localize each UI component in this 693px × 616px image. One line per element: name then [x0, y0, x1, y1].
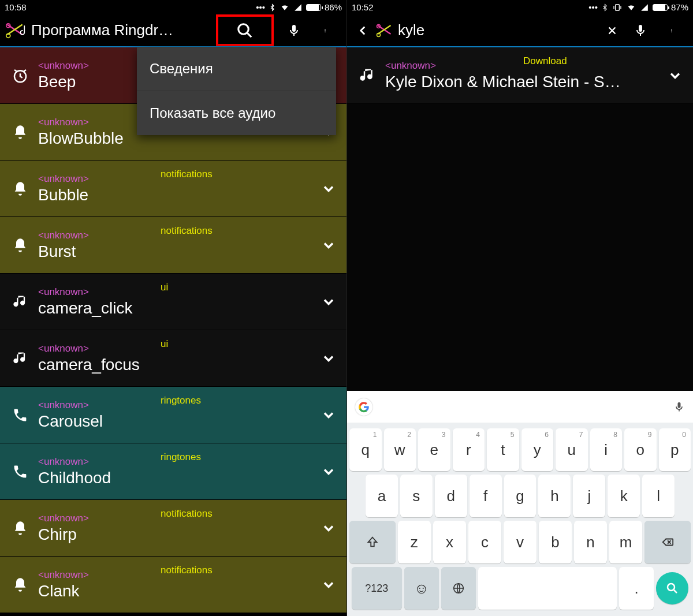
key-j[interactable]: j — [573, 475, 605, 517]
key-w[interactable]: w2 — [384, 428, 416, 471]
key-m[interactable]: m — [609, 521, 642, 563]
key-b[interactable]: b — [539, 521, 572, 563]
key-h[interactable]: h — [538, 475, 571, 517]
key-a[interactable]: a — [366, 475, 398, 517]
key-g[interactable]: g — [504, 475, 536, 517]
key-u[interactable]: u7 — [556, 428, 588, 471]
google-icon[interactable] — [355, 398, 372, 416]
status-icons: ••• 86% — [256, 2, 342, 12]
svg-point-11 — [671, 30, 672, 31]
space-key[interactable] — [478, 567, 617, 610]
list-item[interactable]: <unknown> ui camera_click — [0, 274, 346, 330]
key-z[interactable]: z — [398, 521, 431, 563]
key-p[interactable]: p0 — [659, 428, 691, 471]
key-d[interactable]: d — [435, 475, 467, 517]
symbols-key[interactable]: ?123 — [352, 567, 402, 610]
album-label: ringtones — [161, 395, 201, 406]
svg-point-10 — [671, 28, 672, 29]
backspace-key[interactable] — [644, 521, 691, 563]
chevron-down-icon[interactable] — [316, 294, 341, 310]
shift-key[interactable] — [349, 521, 396, 563]
clear-button[interactable] — [599, 15, 625, 46]
key-e[interactable]: e3 — [418, 428, 450, 471]
left-pane: 10:58 ••• 86% Программ — [0, 0, 346, 616]
chevron-down-icon[interactable] — [316, 350, 341, 367]
title-label: camera_focus — [38, 356, 316, 374]
chevron-down-icon[interactable] — [663, 68, 687, 84]
chevron-down-icon[interactable] — [316, 407, 341, 423]
key-c[interactable]: c — [468, 521, 501, 563]
key-t[interactable]: t5 — [487, 428, 519, 471]
chevron-down-icon[interactable] — [316, 577, 341, 593]
album-label: ui — [161, 282, 168, 293]
svg-point-3 — [325, 28, 325, 29]
svg-point-12 — [671, 31, 672, 32]
search-input[interactable] — [398, 21, 599, 39]
key-r[interactable]: r4 — [453, 428, 485, 471]
bell-icon — [8, 520, 32, 536]
status-bar: 10:58 ••• 86% — [0, 0, 346, 14]
list-item[interactable]: <unknown> Download Kyle Dixon & Michael … — [347, 47, 693, 104]
key-n[interactable]: n — [574, 521, 607, 563]
overflow-menu: Сведения Показать все аудио — [137, 47, 336, 135]
bell-icon — [8, 577, 32, 593]
emoji-key[interactable]: ☺ — [404, 567, 439, 610]
key-q[interactable]: q1 — [349, 428, 382, 471]
signal-icon — [640, 3, 649, 12]
list-item[interactable]: <unknown> ui camera_focus — [0, 330, 346, 387]
key-s[interactable]: s — [400, 475, 433, 517]
key-i[interactable]: i8 — [590, 428, 623, 471]
list-item[interactable]: <unknown> notifications Burst — [0, 217, 346, 274]
chevron-down-icon[interactable] — [316, 464, 341, 480]
suggestion-bar — [347, 391, 693, 423]
album-label: Download — [523, 55, 567, 67]
key-o[interactable]: o9 — [624, 428, 657, 471]
status-time: 10:58 — [5, 2, 27, 12]
battery-percent: 86% — [325, 2, 342, 12]
list-item[interactable]: <unknown> notifications Clank — [0, 557, 346, 613]
menu-item-about[interactable]: Сведения — [137, 47, 336, 91]
period-key[interactable]: . — [619, 567, 654, 610]
voice-button[interactable] — [278, 15, 310, 46]
title-label: camera_click — [38, 299, 316, 318]
voice-button[interactable] — [625, 15, 656, 46]
title-label: Chirp — [38, 525, 316, 544]
phone-icon — [8, 407, 32, 423]
key-f[interactable]: f — [470, 475, 502, 517]
chevron-down-icon[interactable] — [316, 237, 341, 253]
key-k[interactable]: k — [608, 475, 640, 517]
app-title: Программа Ringdr… — [31, 21, 216, 39]
menu-item-show-all[interactable]: Показать все аудио — [137, 91, 336, 135]
overflow-button[interactable] — [310, 15, 341, 46]
overflow-button[interactable] — [656, 15, 687, 46]
app-bar: Программа Ringdr… — [0, 14, 346, 46]
list-item[interactable]: <unknown> notifications Bubble — [0, 160, 346, 217]
app-logo-icon — [375, 20, 398, 41]
key-l[interactable]: l — [642, 475, 675, 517]
music-note-icon — [8, 294, 32, 310]
key-x[interactable]: x — [433, 521, 466, 563]
album-label: notifications — [161, 169, 213, 180]
list-item[interactable]: <unknown> ringtones Childhood — [0, 443, 346, 500]
back-button[interactable] — [351, 15, 375, 46]
album-label: notifications — [161, 565, 213, 576]
list-item[interactable]: <unknown> notifications Chirp — [0, 500, 346, 557]
chevron-down-icon[interactable] — [316, 181, 341, 197]
title-label: Clank — [38, 582, 316, 600]
language-key[interactable] — [441, 567, 476, 610]
album-label: notifications — [161, 508, 213, 520]
key-y[interactable]: y6 — [521, 428, 554, 471]
battery-icon — [653, 4, 668, 11]
keyboard-mic-icon[interactable] — [673, 400, 685, 414]
wifi-icon — [626, 3, 636, 12]
album-label: ui — [161, 338, 168, 350]
app-logo-icon — [3, 20, 31, 41]
key-v[interactable]: v — [504, 521, 536, 563]
bluetooth-icon — [601, 3, 609, 12]
search-key[interactable] — [656, 572, 688, 604]
search-button[interactable] — [216, 14, 274, 46]
more-icon: ••• — [588, 2, 598, 12]
alarm-icon — [8, 67, 32, 84]
list-item[interactable]: <unknown> ringtones Carousel — [0, 387, 346, 443]
chevron-down-icon[interactable] — [316, 520, 341, 536]
